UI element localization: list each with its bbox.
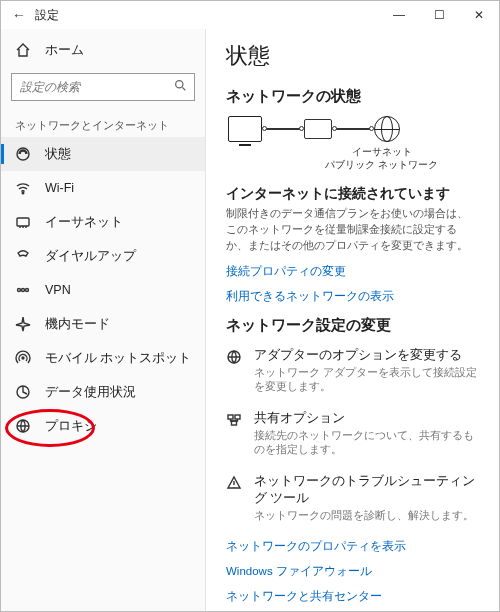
sidebar-item-label: データ使用状況	[45, 384, 136, 401]
sidebar-item-wifi[interactable]: Wi-Fi	[1, 171, 205, 205]
section-network-status: ネットワークの状態	[226, 87, 481, 106]
sidebar-item-usage[interactable]: データ使用状況	[1, 375, 205, 409]
link-connection-properties[interactable]: 接続プロパティの変更	[226, 264, 481, 279]
setting-row[interactable]: 共有オプション接続先のネットワークについて、共有するものを指定します。	[226, 410, 481, 457]
sidebar-item-vpn[interactable]: VPN	[1, 273, 205, 307]
page-title: 状態	[226, 41, 481, 71]
setting-row[interactable]: ネットワークのトラブルシューティング ツールネットワークの問題を診断し、解決しま…	[226, 473, 481, 523]
link-available-networks[interactable]: 利用できるネットワークの表示	[226, 289, 481, 304]
sidebar-item-proxy[interactable]: プロキシ	[1, 409, 205, 443]
setting-row[interactable]: アダプターのオプションを変更するネットワーク アダプターを表示して接続設定を変更…	[226, 347, 481, 394]
sidebar: ホーム ネットワークとインターネット 状態Wi-FiイーサネットダイヤルアップV…	[1, 29, 206, 611]
sidebar-item-label: モバイル ホットスポット	[45, 350, 191, 367]
home-icon	[15, 42, 31, 58]
network-diagram	[228, 116, 481, 142]
vpn-icon	[15, 282, 31, 298]
sidebar-item-ethernet[interactable]: イーサネット	[1, 205, 205, 239]
status-icon	[15, 146, 31, 162]
svg-rect-12	[235, 415, 240, 419]
sidebar-item-airplane[interactable]: 機内モード	[1, 307, 205, 341]
laptop-icon	[228, 116, 262, 142]
minimize-button[interactable]: —	[379, 1, 419, 29]
net-line-icon	[336, 128, 370, 129]
sidebar-item-hotspot[interactable]: モバイル ホットスポット	[1, 341, 205, 375]
wifi-icon	[15, 180, 31, 196]
window-title: 設定	[31, 7, 59, 24]
setting-row-desc: ネットワークの問題を診断し、解決します。	[254, 509, 481, 523]
svg-point-5	[22, 289, 25, 292]
svg-point-6	[26, 289, 29, 292]
sidebar-item-label: 機内モード	[45, 316, 110, 333]
search-icon	[174, 79, 187, 95]
adapter-icon	[226, 349, 242, 365]
net-line-icon	[266, 128, 300, 129]
sidebar-item-label: 状態	[45, 146, 71, 163]
titlebar: ← 設定 — ☐ ✕	[1, 1, 499, 29]
setting-row-title: 共有オプション	[254, 410, 481, 427]
settings-link[interactable]: ネットワークと共有センター	[226, 589, 481, 604]
trouble-icon	[226, 475, 242, 491]
svg-rect-11	[228, 415, 233, 419]
sidebar-item-label: プロキシ	[45, 418, 97, 435]
setting-row-title: アダプターのオプションを変更する	[254, 347, 481, 364]
usage-icon	[15, 384, 31, 400]
connected-body: 制限付きのデータ通信プランをお使いの場合は、このネットワークを従量制課金接続に設…	[226, 206, 476, 254]
back-button[interactable]: ←	[7, 7, 31, 23]
section-change-settings: ネットワーク設定の変更	[226, 316, 481, 335]
connected-title: インターネットに接続されています	[226, 185, 481, 203]
diagram-label: イーサネット パブリック ネットワーク	[282, 146, 481, 171]
home-label: ホーム	[45, 42, 84, 59]
svg-point-0	[176, 81, 183, 88]
globe-icon	[374, 116, 400, 142]
sidebar-item-label: Wi-Fi	[45, 181, 74, 195]
share-icon	[226, 412, 242, 428]
home-button[interactable]: ホーム	[1, 33, 205, 67]
sidebar-item-label: VPN	[45, 283, 71, 297]
sidebar-group-title: ネットワークとインターネット	[1, 107, 205, 137]
dialup-icon	[15, 248, 31, 264]
close-button[interactable]: ✕	[459, 1, 499, 29]
router-icon	[304, 119, 332, 139]
proxy-icon	[15, 418, 31, 434]
ethernet-icon	[15, 214, 31, 230]
content: 状態 ネットワークの状態 イーサネット パブリック ネットワーク インターネット…	[206, 29, 499, 611]
setting-row-title: ネットワークのトラブルシューティング ツール	[254, 473, 481, 507]
sidebar-item-label: ダイヤルアップ	[45, 248, 136, 265]
sidebar-item-status[interactable]: 状態	[1, 137, 205, 171]
maximize-button[interactable]: ☐	[419, 1, 459, 29]
svg-point-7	[22, 357, 24, 359]
svg-rect-3	[17, 218, 29, 226]
search-input[interactable]	[11, 73, 195, 101]
sidebar-item-label: イーサネット	[45, 214, 123, 231]
setting-row-desc: 接続先のネットワークについて、共有するものを指定します。	[254, 429, 481, 457]
svg-point-2	[22, 192, 24, 194]
hotspot-icon	[15, 350, 31, 366]
settings-link[interactable]: Windows ファイアウォール	[226, 564, 481, 579]
setting-row-desc: ネットワーク アダプターを表示して接続設定を変更します。	[254, 366, 481, 394]
settings-link[interactable]: ネットワークのプロパティを表示	[226, 539, 481, 554]
svg-point-4	[18, 289, 21, 292]
sidebar-item-dialup[interactable]: ダイヤルアップ	[1, 239, 205, 273]
airplane-icon	[15, 316, 31, 332]
